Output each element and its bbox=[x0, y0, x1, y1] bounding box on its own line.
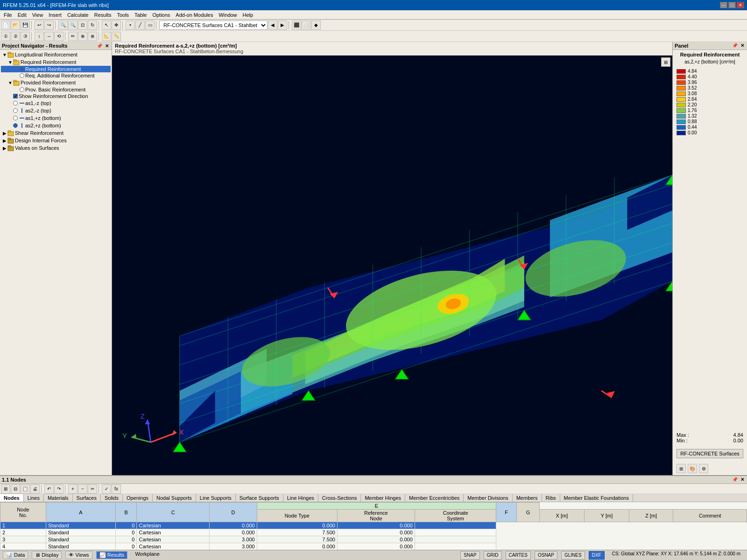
bt-6[interactable]: ↷ bbox=[54, 484, 63, 494]
undo-btn[interactable]: ↩ bbox=[35, 21, 44, 30]
menu-help[interactable]: Help bbox=[240, 11, 256, 19]
nav-tab-views[interactable]: 👁 Views bbox=[65, 551, 92, 559]
bt-4[interactable]: 🖨 bbox=[30, 484, 40, 494]
radio-prov-basic[interactable] bbox=[20, 87, 24, 92]
bt-1[interactable]: ⊞ bbox=[1, 484, 10, 494]
tree-required-reinforcement-group[interactable]: ▼ Required Reinforcement bbox=[1, 58, 111, 66]
wireframe-btn[interactable]: ⬜ bbox=[302, 21, 311, 30]
tab-solids[interactable]: Solids bbox=[101, 494, 123, 502]
tb2-4[interactable]: ↕ bbox=[35, 32, 44, 41]
bt-3[interactable]: 📋 bbox=[21, 484, 30, 494]
bt-2[interactable]: ⊟ bbox=[11, 484, 20, 494]
minimize-button[interactable]: ─ bbox=[720, 2, 727, 8]
tab-nodal-supports[interactable]: Nodal Supports bbox=[153, 494, 196, 502]
expand-values[interactable]: ▶ bbox=[2, 146, 7, 151]
radio-as2-top[interactable] bbox=[13, 108, 18, 113]
table-row[interactable]: 4 Standard 0 Cartesian 3.000 0.000 0.000 bbox=[0, 543, 747, 550]
tree-design-internal-forces[interactable]: ▶ Design Internal Forces bbox=[1, 137, 111, 144]
cb-show-reinf-dir[interactable]: ✓ bbox=[13, 94, 18, 98]
bt-8[interactable]: − bbox=[78, 484, 87, 494]
tab-surfaces[interactable]: Surfaces bbox=[73, 494, 101, 502]
tb2-5[interactable]: ↔ bbox=[44, 32, 54, 41]
tree-req-additional[interactable]: Req. Additional Reinforcement bbox=[1, 72, 111, 79]
table-row[interactable]: 1 Standard 0 Cartesian 0.000 0.000 0.000 bbox=[0, 522, 747, 529]
bt-5[interactable]: ↶ bbox=[44, 484, 54, 494]
zoom-all-btn[interactable]: ⊡ bbox=[78, 21, 87, 30]
menu-results[interactable]: Results bbox=[92, 11, 114, 19]
tb2-2[interactable]: ② bbox=[11, 32, 20, 41]
radio-as2-bottom[interactable] bbox=[13, 123, 18, 128]
maximize-button[interactable]: □ bbox=[728, 2, 736, 8]
menu-edit[interactable]: Edit bbox=[15, 11, 29, 19]
radio-required-reinf[interactable] bbox=[20, 67, 24, 71]
tab-member-hinges[interactable]: Member Hinges bbox=[361, 494, 405, 502]
tree-shear-reinforcement[interactable]: ▶ Shear Reinforcement bbox=[1, 129, 111, 137]
bt-11[interactable]: fx bbox=[112, 484, 121, 494]
render-btn[interactable]: ⬛ bbox=[292, 21, 301, 30]
table-container[interactable]: NodeNo. A B C D E F G Node Type Referenc… bbox=[0, 502, 747, 550]
line-btn[interactable]: ╱ bbox=[135, 21, 145, 30]
tree-prov-basic[interactable]: Prov. Basic Reinforcement bbox=[1, 86, 111, 93]
tab-members[interactable]: Members bbox=[513, 494, 542, 502]
window-controls[interactable]: ─ □ ✕ bbox=[720, 2, 744, 8]
zoom-fit-btn[interactable]: ⊞ bbox=[661, 57, 670, 67]
zoom-overlay-btn[interactable]: ⊞ bbox=[661, 57, 670, 67]
glines-btn[interactable]: GLINES bbox=[561, 551, 585, 560]
menu-calculate[interactable]: Calculate bbox=[64, 11, 92, 19]
nav-pin-btn[interactable]: 📌 bbox=[96, 43, 103, 49]
tab-member-eccentricities[interactable]: Member Eccentricities bbox=[405, 494, 464, 502]
rf-concrete-button[interactable]: RF-CONCRETE Surfaces bbox=[677, 449, 743, 458]
tab-line-supports[interactable]: Line Supports bbox=[196, 494, 236, 502]
close-button[interactable]: ✕ bbox=[737, 2, 744, 8]
table-row[interactable]: 2 Standard 0 Cartesian 0.000 7.500 0.000 bbox=[0, 529, 747, 536]
nav-close-btn[interactable]: ✕ bbox=[104, 43, 110, 49]
save-btn[interactable]: 💾 bbox=[21, 21, 30, 30]
expand-provided[interactable]: ▼ bbox=[7, 80, 13, 85]
zoom-in-btn[interactable]: 🔍 bbox=[58, 21, 68, 30]
tab-materials[interactable]: Materials bbox=[44, 494, 73, 502]
tb2-3[interactable]: ③ bbox=[21, 32, 30, 41]
tab-ribs[interactable]: Ribs bbox=[542, 494, 560, 502]
radio-as1-top[interactable] bbox=[13, 101, 18, 105]
menu-insert[interactable]: Insert bbox=[46, 11, 64, 19]
expand-required[interactable]: ▼ bbox=[7, 60, 13, 65]
viewport-canvas[interactable]: X Z Y ⊞ bbox=[112, 56, 672, 475]
tb2-9[interactable]: ⊗ bbox=[88, 32, 97, 41]
menu-window[interactable]: Window bbox=[216, 11, 240, 19]
tree-as1-bottom[interactable]: as1,+z (bottom) bbox=[1, 114, 111, 122]
tb2-10[interactable]: 📐 bbox=[102, 32, 111, 41]
move-btn[interactable]: ✥ bbox=[112, 21, 121, 30]
icon-btn-3[interactable]: ⚙ bbox=[699, 464, 708, 473]
tab-openings[interactable]: Openings bbox=[123, 494, 153, 502]
tab-surface-supports[interactable]: Surface Supports bbox=[236, 494, 283, 502]
tb2-1[interactable]: ① bbox=[1, 32, 10, 41]
tb2-6[interactable]: ⟲ bbox=[54, 32, 63, 41]
new-btn[interactable]: 📄 bbox=[1, 21, 10, 30]
grid-btn[interactable]: GRID bbox=[484, 551, 502, 560]
redo-btn[interactable]: ↪ bbox=[44, 21, 54, 30]
iso-btn[interactable]: ◆ bbox=[311, 21, 321, 30]
tree-longitudinal-reinforcement[interactable]: ▼ Longitudinal Reinforcement bbox=[1, 51, 111, 58]
tab-member-divisions[interactable]: Member Divisions bbox=[464, 494, 512, 502]
nav-next-btn[interactable]: ▶ bbox=[278, 21, 287, 30]
surface-btn[interactable]: ▭ bbox=[145, 21, 155, 30]
bottom-close-btn[interactable]: ✕ bbox=[740, 477, 745, 483]
bt-10[interactable]: ✓ bbox=[102, 484, 111, 494]
tab-lines[interactable]: Lines bbox=[24, 494, 44, 502]
radio-req-additional[interactable] bbox=[20, 73, 24, 78]
open-btn[interactable]: 📂 bbox=[11, 21, 20, 30]
tab-cross-sections[interactable]: Cross-Sections bbox=[318, 494, 361, 502]
tb2-7[interactable]: ✏ bbox=[68, 32, 78, 41]
menu-file[interactable]: File bbox=[1, 11, 15, 19]
menu-options[interactable]: Options bbox=[149, 11, 173, 19]
tree-as2-bottom[interactable]: as2,+z (bottom) bbox=[1, 122, 111, 129]
tree-as2-top[interactable]: as2,-z (top) bbox=[1, 107, 111, 114]
tab-line-hinges[interactable]: Line Hinges bbox=[283, 494, 318, 502]
expand-shear[interactable]: ▶ bbox=[2, 131, 7, 136]
snap-btn[interactable]: SNAP bbox=[460, 551, 479, 560]
module-dropdown[interactable]: RF-CONCRETE Surfaces CA1 - Stahlbet bbox=[159, 21, 268, 30]
zoom-out-btn[interactable]: 🔍 bbox=[68, 21, 78, 30]
tb2-11[interactable]: 📏 bbox=[112, 32, 121, 41]
tab-member-elastic-foundations[interactable]: Member Elastic Foundations bbox=[560, 494, 633, 502]
cartes-btn[interactable]: CARTES bbox=[506, 551, 531, 560]
